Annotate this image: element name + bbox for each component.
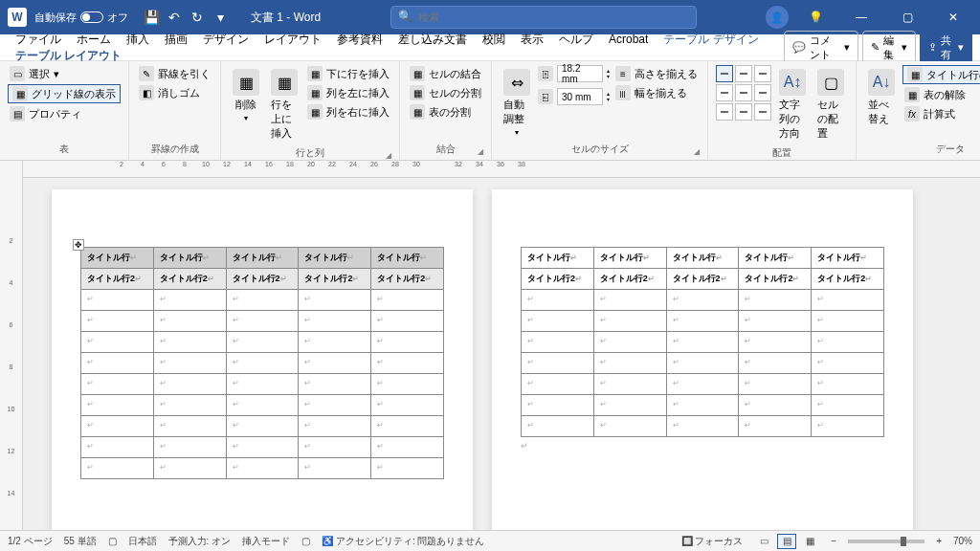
- delete-icon: ▦: [233, 69, 259, 96]
- group-label: データ: [864, 141, 980, 156]
- web-layout-icon[interactable]: ▦: [800, 534, 819, 549]
- help-icon[interactable]: 💡: [796, 4, 835, 31]
- qat-dropdown-icon[interactable]: ▾: [212, 10, 228, 25]
- group-label: 表: [8, 141, 121, 156]
- spell-check-icon[interactable]: ▢: [108, 536, 117, 546]
- insert-mode[interactable]: 挿入モード: [242, 535, 290, 548]
- account-avatar-icon[interactable]: 👤: [766, 6, 789, 29]
- eraser-icon: ◧: [139, 85, 154, 100]
- split-cells-button[interactable]: ▦セルの分割: [408, 84, 483, 101]
- properties-button[interactable]: ▤プロパティ: [8, 105, 121, 122]
- page-indicator[interactable]: 1/2 ページ: [8, 535, 53, 548]
- share-button[interactable]: ⇪ 共有 ▾: [920, 31, 972, 65]
- tab-7[interactable]: 差し込み文書: [390, 29, 475, 50]
- close-button[interactable]: ✕: [934, 4, 972, 31]
- comments-button[interactable]: 💬 コメント ▾: [784, 31, 858, 65]
- insert-right-button[interactable]: ▦列を右に挿入: [305, 103, 391, 121]
- redo-icon[interactable]: ↻: [189, 10, 205, 25]
- insert-left-button[interactable]: ▦列を左に挿入: [305, 84, 391, 101]
- page-1[interactable]: ✥ タイトル行↵タイトル行↵タイトル行↵タイトル行↵タイトル行↵タイトル行2↵タ…: [52, 189, 473, 530]
- zoom-level[interactable]: 70%: [953, 536, 972, 546]
- status-bar: 1/2 ページ 55 単語 ▢ 日本語 予測入力: オン 挿入モード ▢ ♿ ア…: [0, 530, 980, 551]
- accessibility-status[interactable]: ♿ アクセシビリティ: 問題ありません: [322, 535, 484, 548]
- alignment-grid[interactable]: [716, 65, 771, 121]
- tab-6[interactable]: 参考資料: [329, 29, 390, 50]
- document-area[interactable]: ✥ タイトル行↵タイトル行↵タイトル行↵タイトル行↵タイトル行↵タイトル行2↵タ…: [23, 178, 980, 530]
- focus-mode[interactable]: 🔲 フォーカス: [681, 535, 744, 548]
- launcher-icon[interactable]: ◢: [386, 151, 391, 160]
- eraser-button[interactable]: ◧消しゴム: [137, 84, 212, 101]
- distribute-rows-button[interactable]: ≡高さを揃える: [613, 65, 700, 82]
- tab-4[interactable]: デザイン: [195, 29, 256, 50]
- read-mode-icon[interactable]: ▭: [754, 534, 773, 549]
- cell-margins-button[interactable]: ▢セルの配置: [813, 65, 848, 144]
- formula-button[interactable]: fx計算式: [902, 105, 980, 122]
- group-label: 配置: [716, 144, 848, 160]
- document-table-2[interactable]: タイトル行↵タイトル行↵タイトル行↵タイトル行↵タイトル行↵タイトル行2↵タイト…: [521, 247, 884, 437]
- row-height-input[interactable]: 18.2 mm: [557, 65, 603, 82]
- group-label: 罫線の作成: [137, 141, 212, 156]
- search-input[interactable]: [390, 6, 697, 29]
- tab-11[interactable]: Acrobat: [601, 29, 656, 50]
- split-table-button[interactable]: ▦表の分割: [408, 103, 483, 121]
- save-icon[interactable]: 💾: [144, 10, 159, 25]
- text-direction-button[interactable]: A↕文字列の方向: [775, 65, 810, 144]
- grid-icon: ▦: [12, 86, 28, 101]
- convert-button[interactable]: ▦表の解除: [902, 86, 980, 103]
- view-gridlines-button[interactable]: ▦グリッド線の表示: [8, 84, 121, 103]
- zoom-in-button[interactable]: +: [936, 536, 942, 546]
- merge-cells-button[interactable]: ▦セルの結合: [408, 65, 483, 82]
- predict-input[interactable]: 予測入力: オン: [168, 535, 232, 548]
- repeat-header-button[interactable]: ▦タイトル行の繰り返し: [902, 65, 980, 84]
- macro-icon[interactable]: ▢: [301, 536, 310, 546]
- document-table-1[interactable]: タイトル行↵タイトル行↵タイトル行↵タイトル行↵タイトル行↵タイトル行2↵タイト…: [80, 247, 444, 479]
- insert-left-icon: ▦: [307, 85, 323, 100]
- word-logo-icon: W: [8, 8, 27, 27]
- launcher-icon[interactable]: ◢: [694, 147, 700, 156]
- vertical-ruler[interactable]: 2468101214161820: [0, 161, 23, 530]
- table-move-handle-icon[interactable]: ✥: [73, 239, 84, 251]
- maximize-button[interactable]: ▢: [888, 4, 926, 31]
- properties-icon: ▤: [10, 106, 25, 121]
- minimize-button[interactable]: —: [842, 4, 880, 31]
- edit-mode-button[interactable]: ✎ 編集 ▾: [862, 31, 915, 65]
- launcher-icon[interactable]: ◢: [478, 147, 483, 156]
- split-table-icon: ▦: [410, 104, 425, 120]
- autosave-toggle[interactable]: 自動保存 オフ: [34, 11, 128, 25]
- autosave-state: オフ: [107, 11, 128, 25]
- tab-12[interactable]: テーブル デザイン: [656, 29, 766, 50]
- height-icon: ⍐: [538, 66, 553, 81]
- insert-above-button[interactable]: ▦行を上に挿入: [267, 65, 301, 144]
- dist-cols-icon: ⫼: [615, 85, 631, 100]
- distribute-cols-button[interactable]: ⫼幅を揃える: [613, 84, 700, 101]
- tab-3[interactable]: 描画: [157, 29, 195, 50]
- formula-icon: fx: [904, 106, 920, 121]
- insert-below-icon: ▦: [307, 66, 323, 81]
- tab-10[interactable]: ヘルプ: [551, 29, 601, 50]
- tab-5[interactable]: レイアウト: [256, 29, 329, 50]
- autofit-icon: ⇔: [503, 69, 530, 96]
- print-layout-icon[interactable]: ▤: [777, 534, 796, 549]
- document-title: 文書 1 - Word: [251, 10, 321, 26]
- draw-border-button[interactable]: ✎罫線を引く: [137, 65, 212, 82]
- tab-9[interactable]: 表示: [513, 29, 551, 50]
- word-count[interactable]: 55 単語: [64, 535, 97, 548]
- text-dir-icon: A↕: [779, 69, 806, 96]
- sort-button[interactable]: A↓並べ替え: [864, 65, 899, 130]
- undo-icon[interactable]: ↶: [167, 10, 182, 25]
- group-merge: ▦セルの結合 ▦セルの分割 ▦表の分割 結合◢: [400, 61, 492, 160]
- language[interactable]: 日本語: [128, 535, 157, 548]
- col-width-input[interactable]: 30 mm: [557, 88, 603, 105]
- horizontal-ruler[interactable]: 2468101214161820222426283032343638: [23, 161, 980, 178]
- zoom-slider[interactable]: [848, 540, 924, 543]
- select-button[interactable]: ▭選択 ▾: [8, 65, 121, 82]
- toggle-icon: [80, 11, 103, 23]
- autofit-button[interactable]: ⇔自動調整▾: [500, 65, 534, 141]
- zoom-out-button[interactable]: −: [831, 536, 836, 546]
- insert-right-icon: ▦: [307, 104, 323, 120]
- tab-8[interactable]: 校閲: [475, 29, 513, 50]
- width-icon: ⍇: [538, 89, 553, 104]
- insert-below-button[interactable]: ▦下に行を挿入: [305, 65, 391, 82]
- delete-button[interactable]: ▦削除▾: [229, 65, 263, 126]
- page-2[interactable]: タイトル行↵タイトル行↵タイトル行↵タイトル行↵タイトル行↵タイトル行2↵タイト…: [492, 189, 913, 530]
